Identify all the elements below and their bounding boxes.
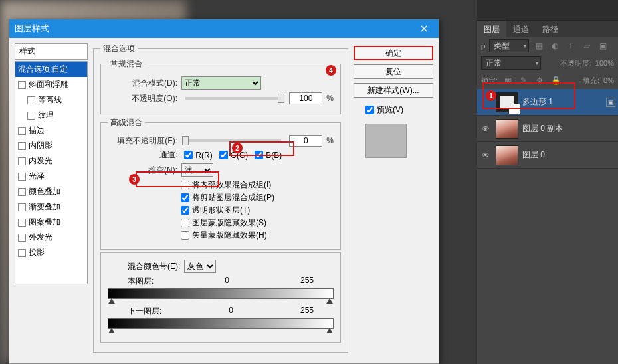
dialog-right-column: 确定 复位 新建样式(W)... 预览(V): [354, 43, 433, 358]
panel-opacity-value[interactable]: 100%: [595, 59, 614, 67]
layers-panel: 图层 通道 路径 ρ 类型 ▦ ◐ T ▱ ▣ 正常 不透明度: 100% 锁定…: [477, 0, 618, 364]
channel-r[interactable]: R(R): [184, 151, 212, 160]
style-checkbox[interactable]: [18, 219, 26, 227]
style-checkbox[interactable]: [18, 188, 26, 196]
style-item[interactable]: 图案叠加: [15, 215, 87, 230]
layer-name[interactable]: 图层 0: [522, 149, 545, 161]
style-item[interactable]: 混合选项:自定: [15, 62, 87, 77]
panel-tabs: 图层 通道 路径: [477, 20, 618, 37]
panel-opacity-label: 不透明度:: [560, 58, 591, 68]
style-item[interactable]: 描边: [15, 123, 87, 138]
callout-3: 3: [129, 174, 140, 185]
layer-thumbnail[interactable]: [496, 92, 518, 112]
lock-transparent-icon[interactable]: ▦: [502, 74, 514, 86]
dialog-titlebar[interactable]: 图层样式: [9, 19, 439, 38]
style-item[interactable]: 斜面和浮雕: [15, 77, 87, 92]
styles-header[interactable]: 样式: [15, 43, 88, 60]
layer-name[interactable]: 多边形 1: [522, 96, 553, 108]
under-layer-gradient[interactable]: [108, 318, 334, 329]
lock-paint-icon[interactable]: ✎: [518, 74, 530, 86]
this-layer-gradient[interactable]: [108, 288, 334, 299]
knockout-select[interactable]: 浅: [181, 163, 213, 177]
style-item[interactable]: 等高线: [15, 92, 87, 108]
style-checkbox[interactable]: [18, 81, 26, 89]
fill-label: 填充:: [583, 76, 599, 86]
knockout-label: 挖空(N):: [108, 165, 177, 176]
style-checkbox[interactable]: [18, 127, 26, 135]
layer-item[interactable]: 多边形 1▣: [477, 89, 618, 116]
blend-mode-select[interactable]: 正常: [181, 76, 261, 90]
visibility-eye-icon[interactable]: 👁: [480, 151, 492, 160]
opacity-input[interactable]: [289, 92, 322, 104]
range-max-2: 255: [300, 306, 314, 317]
style-checkbox[interactable]: [18, 234, 26, 242]
style-checkbox[interactable]: [27, 112, 35, 120]
new-style-button[interactable]: 新建样式(W)...: [354, 83, 433, 98]
general-legend: 常规混合: [108, 58, 145, 70]
advanced-check[interactable]: 图层蒙版隐藏效果(S): [181, 217, 266, 228]
style-checkbox[interactable]: [18, 142, 26, 150]
advanced-check[interactable]: 透明形状图层(T): [181, 205, 250, 216]
blend-mode-label: 混合模式(D):: [108, 78, 177, 89]
style-item[interactable]: 内发光: [15, 153, 87, 169]
advanced-check[interactable]: 矢量蒙版隐藏效果(H): [181, 230, 267, 241]
layer-thumbnail[interactable]: [496, 145, 518, 165]
style-item[interactable]: 颜色叠加: [15, 184, 87, 199]
options-column: 混合选项 常规混合 混合模式(D): 正常 不透明度(O): %: [93, 43, 348, 358]
advanced-legend: 高级混合: [108, 117, 145, 128]
style-item[interactable]: 光泽: [15, 169, 87, 184]
style-item-label: 颜色叠加: [29, 186, 60, 197]
fill-value[interactable]: 0%: [603, 76, 614, 84]
filter-text-icon[interactable]: T: [565, 40, 577, 52]
style-item[interactable]: 外发光: [15, 230, 87, 245]
kind-select[interactable]: 类型: [489, 39, 529, 52]
layer-item[interactable]: 👁图层 0: [477, 142, 618, 169]
style-item[interactable]: 渐变叠加: [15, 199, 87, 215]
tab-paths[interactable]: 路径: [536, 21, 565, 37]
style-checkbox[interactable]: [18, 203, 26, 211]
visibility-eye-icon[interactable]: 👁: [480, 124, 492, 134]
style-checkbox[interactable]: [18, 173, 26, 181]
dialog-title: 图层样式: [15, 23, 415, 35]
close-icon: [421, 25, 427, 32]
filter-smart-icon[interactable]: ▣: [597, 40, 609, 52]
layer-thumbnail[interactable]: [496, 119, 518, 139]
lock-label: 锁定:: [481, 76, 498, 86]
opacity-slider[interactable]: [185, 97, 281, 100]
reset-button[interactable]: 复位: [354, 64, 433, 79]
layer-item[interactable]: 👁图层 0 副本: [477, 116, 618, 142]
filter-adjust-icon[interactable]: ◐: [549, 40, 561, 52]
close-button[interactable]: [415, 21, 433, 36]
style-item-label: 渐变叠加: [29, 201, 60, 213]
kind-label: ρ: [481, 42, 485, 50]
style-checkbox[interactable]: [27, 96, 35, 104]
style-item-label: 描边: [29, 125, 45, 136]
blend-options-legend: 混合选项: [100, 43, 138, 54]
style-item-label: 等高线: [38, 94, 62, 106]
lock-all-icon[interactable]: 🔒: [550, 74, 562, 86]
advanced-check[interactable]: 将剪贴图层混合成组(P): [181, 192, 274, 203]
fill-opacity-input[interactable]: [289, 135, 322, 147]
style-checkbox[interactable]: [18, 157, 26, 165]
preview-checkbox[interactable]: 预览(V): [365, 104, 433, 116]
fill-opacity-slider[interactable]: [185, 139, 281, 142]
tab-layers[interactable]: 图层: [477, 21, 506, 37]
blend-mode-panel-select[interactable]: 正常: [481, 56, 541, 70]
ok-button[interactable]: 确定: [354, 46, 433, 60]
layer-list: 多边形 1▣👁图层 0 副本👁图层 0: [477, 89, 618, 169]
style-checkbox[interactable]: [18, 249, 26, 257]
style-item[interactable]: 投影: [15, 245, 87, 260]
this-layer-label: 本图层:: [128, 276, 154, 287]
advanced-check[interactable]: 将内部效果混合成组(I): [181, 179, 271, 191]
lock-position-icon[interactable]: ✥: [534, 74, 546, 86]
filter-pixel-icon[interactable]: ▦: [533, 40, 545, 52]
channel-b[interactable]: B(B): [255, 151, 282, 160]
style-item[interactable]: 内阴影: [15, 138, 87, 153]
style-item[interactable]: 纹理: [15, 108, 87, 123]
filter-shape-icon[interactable]: ▱: [581, 40, 593, 52]
blendif-select[interactable]: 灰色: [184, 260, 216, 273]
range-min: 0: [225, 276, 229, 287]
tab-channels[interactable]: 通道: [506, 21, 536, 37]
blendif-fieldset: 混合颜色带(E): 灰色 本图层: 0 255 下一图层: 0 255: [100, 252, 341, 343]
layer-name[interactable]: 图层 0 副本: [522, 123, 563, 134]
